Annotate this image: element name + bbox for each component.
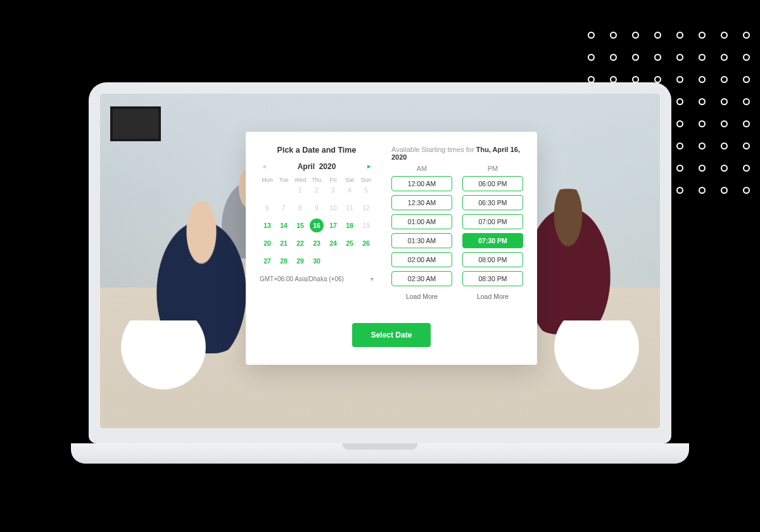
calendar-day[interactable]: 20 (260, 236, 274, 250)
calendar-day (260, 183, 274, 197)
action-row: Select Date (260, 315, 523, 347)
month-navigation: ◂ April 2020 ▸ (260, 161, 374, 172)
load-more-am[interactable]: Load More (391, 293, 452, 300)
calendar-day: 7 (277, 201, 291, 215)
decor-dot (743, 98, 750, 105)
decor-dot (699, 142, 706, 149)
select-date-button[interactable]: Select Date (352, 323, 431, 347)
decor-dot (654, 32, 661, 39)
calendar-day[interactable]: 27 (260, 254, 274, 268)
am-header: AM (391, 165, 452, 172)
decor-dot (676, 142, 683, 149)
calendar-day[interactable]: 23 (310, 236, 324, 250)
calendar-day[interactable]: 30 (310, 254, 324, 268)
decor-dot (721, 120, 728, 127)
time-slot[interactable]: 12:00 AM (391, 176, 452, 191)
month-label: April (298, 162, 315, 171)
calendar-day[interactable]: 18 (343, 218, 357, 232)
calendar-panel: Pick a Date and Time ◂ April 2020 ▸ MonT… (260, 146, 374, 300)
pm-slot-list: 06:00 PM06:30 PM07:00 PM07:30 PM08:00 PM… (462, 176, 523, 286)
calendar-day[interactable]: 16 (310, 218, 324, 232)
wall-frame (110, 106, 161, 141)
decor-dot (676, 32, 683, 39)
decor-dot (699, 54, 706, 61)
calendar-day: 2 (310, 183, 324, 197)
decor-dot (721, 54, 728, 61)
bg-chair (552, 320, 641, 409)
decor-dot (676, 165, 683, 172)
am-column: AM 12:00 AM12:30 AM01:00 AM01:30 AM02:00… (391, 165, 452, 300)
time-slot[interactable]: 08:30 PM (462, 271, 523, 286)
calendar-day: 1 (293, 183, 307, 197)
calendar-day (359, 254, 373, 268)
calendar-day[interactable]: 22 (293, 236, 307, 250)
weekday-header-row: MonTueWedThuFriSatSun (260, 177, 374, 183)
load-more-pm[interactable]: Load More (462, 293, 523, 300)
calendar-day (343, 254, 357, 268)
decor-dot (699, 98, 706, 105)
time-slot[interactable]: 08:00 PM (462, 252, 523, 267)
decor-dot (676, 120, 683, 127)
decor-dot (588, 54, 595, 61)
time-slot[interactable]: 02:00 AM (391, 252, 452, 267)
weekday-label: Wed (293, 177, 308, 183)
decor-dot (743, 76, 750, 83)
time-slot[interactable]: 01:00 AM (391, 214, 452, 229)
decor-dot (743, 54, 750, 61)
decor-dot (610, 32, 617, 39)
widget-title: Pick a Date and Time (260, 146, 374, 155)
decor-dot (699, 165, 706, 172)
calendar-day: 3 (326, 183, 340, 197)
weekday-label: Tue (276, 177, 291, 183)
calendar-day[interactable]: 21 (277, 236, 291, 250)
time-slot[interactable]: 12:30 AM (391, 195, 452, 210)
prev-month-button[interactable]: ◂ (260, 161, 269, 172)
decor-dot (721, 76, 728, 83)
decor-dot (743, 142, 750, 149)
timezone-label: GMT+06:00 Asia/Dhaka (+06) (260, 276, 344, 282)
calendar-day[interactable]: 26 (359, 236, 373, 250)
time-slot[interactable]: 07:30 PM (462, 233, 523, 248)
time-slot[interactable]: 02:30 AM (391, 271, 452, 286)
decor-dot (632, 54, 639, 61)
calendar-day (277, 183, 291, 197)
next-month-button[interactable]: ▸ (365, 161, 374, 172)
calendar-day[interactable]: 13 (260, 218, 274, 232)
decor-dot (632, 32, 639, 39)
time-slot[interactable]: 07:00 PM (462, 214, 523, 229)
decor-dot (721, 165, 728, 172)
time-slot[interactable]: 06:00 PM (462, 176, 523, 191)
decor-dot (588, 32, 595, 39)
calendar-day[interactable]: 25 (343, 236, 357, 250)
calendar-day[interactable]: 14 (277, 218, 291, 232)
decor-dot (676, 54, 683, 61)
weekday-label: Thu (309, 177, 324, 183)
calendar-day: 6 (260, 201, 274, 215)
laptop-mockup: Pick a Date and Time ◂ April 2020 ▸ MonT… (89, 82, 671, 488)
decor-dot (699, 32, 706, 39)
bg-chair (119, 320, 208, 409)
calendar-day[interactable]: 29 (293, 254, 307, 268)
calendar-day[interactable]: 28 (277, 254, 291, 268)
calendar-day[interactable]: 17 (326, 218, 340, 232)
am-slot-list: 12:00 AM12:30 AM01:00 AM01:30 AM02:00 AM… (391, 176, 452, 286)
time-slot[interactable]: 06:30 PM (462, 195, 523, 210)
decor-dot (699, 76, 706, 83)
pm-column: PM 06:00 PM06:30 PM07:00 PM07:30 PM08:00… (462, 165, 523, 300)
time-columns: AM 12:00 AM12:30 AM01:00 AM01:30 AM02:00… (391, 165, 523, 300)
calendar-day[interactable]: 15 (293, 218, 307, 232)
calendar-day: 9 (310, 201, 324, 215)
decor-dot (676, 76, 683, 83)
weekday-label: Mon (260, 177, 275, 183)
timezone-selector[interactable]: GMT+06:00 Asia/Dhaka (+06) ▾ (260, 276, 374, 282)
laptop-notch (342, 443, 418, 450)
month-year-label: April 2020 (298, 162, 336, 171)
calendar-day[interactable]: 24 (326, 236, 340, 250)
calendar-day (326, 254, 340, 268)
weekday-label: Fri (326, 177, 341, 183)
time-slot[interactable]: 01:30 AM (391, 233, 452, 248)
weekday-label: Sat (342, 177, 357, 183)
calendar-day: 19 (359, 218, 373, 232)
decor-dot (654, 54, 661, 61)
calendar-day: 11 (343, 201, 357, 215)
